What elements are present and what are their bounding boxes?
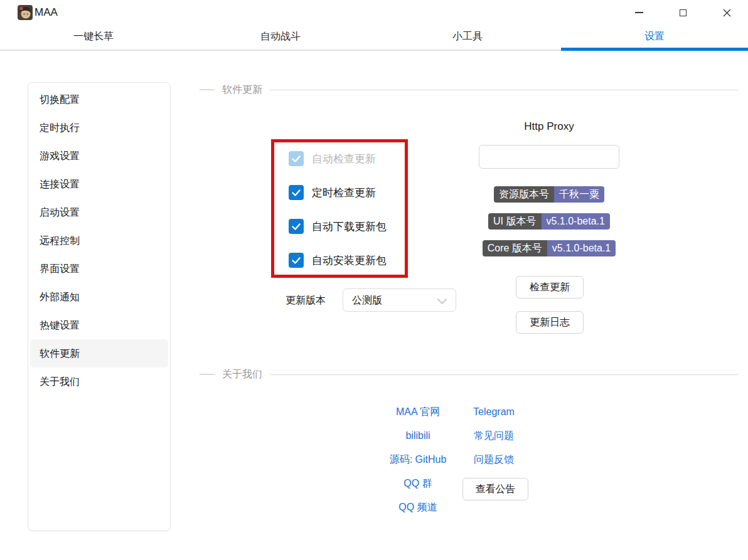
- app-window: MAA 一键长草 自动战斗 小工具 设置 切换配置 定时执行 游戏设置 连接设置…: [0, 0, 748, 560]
- version-badges: 资源版本号 千秋一粟 UI 版本号 v5.1.0-beta.1 Core 版本号…: [468, 186, 631, 256]
- checkbox-label: 自动下载更新包: [312, 219, 387, 234]
- checkbox-scheduled-check-update[interactable]: 定时检查更新: [289, 185, 376, 200]
- update-channel-label: 更新版本: [286, 288, 326, 312]
- active-tab-underline: [561, 48, 748, 51]
- close-button[interactable]: [712, 0, 741, 25]
- chevron-down-icon: [437, 295, 447, 305]
- changelog-button[interactable]: 更新日志: [516, 311, 584, 334]
- sidebar-item-external-notification[interactable]: 外部通知: [30, 283, 168, 311]
- core-version-badge: Core 版本号 v5.1.0-beta.1: [483, 240, 616, 256]
- badge-key: UI 版本号: [488, 213, 541, 230]
- badge-key: Core 版本号: [483, 240, 547, 256]
- tab-tools[interactable]: 小工具: [374, 25, 561, 48]
- sidebar-item-startup-settings[interactable]: 启动设置: [30, 198, 168, 226]
- check-update-button[interactable]: 检查更新: [516, 276, 584, 298]
- minimize-icon: [635, 12, 643, 13]
- checkbox-label: 自动安装更新包: [312, 253, 387, 268]
- badge-value: v5.1.0-beta.1: [547, 240, 616, 256]
- badge-value: v5.1.0-beta.1: [542, 213, 610, 230]
- badge-value: 千秋一粟: [554, 186, 604, 203]
- tab-settings[interactable]: 设置: [561, 25, 748, 48]
- section-title: 软件更新: [222, 83, 262, 97]
- title-bar: MAA: [0, 0, 748, 25]
- checkbox-label: 定时检查更新: [312, 186, 376, 200]
- http-proxy-label: Http Proxy: [479, 120, 619, 133]
- sidebar-item-about-us[interactable]: 关于我们: [30, 367, 168, 396]
- sidebar-item-software-update[interactable]: 软件更新: [30, 339, 168, 367]
- checkbox-auto-install-package[interactable]: 自动安装更新包: [289, 253, 387, 268]
- section-title: 关于我们: [222, 368, 262, 381]
- update-channel-value: 公测版: [352, 295, 382, 305]
- window-title: MAA: [35, 0, 58, 25]
- sidebar-item-switch-config[interactable]: 切换配置: [30, 85, 168, 114]
- settings-sidebar: 切换配置 定时执行 游戏设置 连接设置 启动设置 远程控制 界面设置 外部通知 …: [28, 82, 171, 531]
- update-channel-select[interactable]: 公测版: [343, 288, 456, 312]
- checkbox-auto-check-update[interactable]: 自动检查更新: [289, 151, 376, 166]
- ui-version-badge: UI 版本号 v5.1.0-beta.1: [488, 213, 610, 230]
- checkbox-checked-icon: [289, 253, 304, 268]
- maximize-button[interactable]: [668, 0, 697, 25]
- sidebar-item-hotkey-settings[interactable]: 热键设置: [30, 311, 168, 339]
- header-dash: [200, 89, 215, 90]
- section-header-software-update: 软件更新: [200, 83, 738, 96]
- close-icon: [723, 9, 731, 17]
- section-header-about-us: 关于我们: [200, 368, 738, 381]
- header-rule: [270, 90, 738, 90]
- minimize-button[interactable]: [624, 0, 653, 25]
- app-logo-icon: [18, 5, 33, 20]
- header-rule: [270, 374, 738, 375]
- tab-farming[interactable]: 一键长草: [0, 25, 187, 48]
- sidebar-item-scheduled-tasks[interactable]: 定时执行: [30, 114, 168, 142]
- link-qq-group[interactable]: QQ 群: [355, 477, 481, 490]
- resource-version-badge: 资源版本号 千秋一粟: [494, 186, 604, 203]
- checkbox-checked-disabled-icon: [289, 151, 304, 166]
- checkbox-checked-icon: [289, 219, 304, 234]
- link-faq[interactable]: 常见问题: [431, 430, 557, 442]
- link-qq-channel[interactable]: QQ 频道: [355, 501, 481, 514]
- sidebar-item-game-settings[interactable]: 游戏设置: [30, 142, 168, 170]
- checkbox-auto-download-package[interactable]: 自动下载更新包: [289, 219, 387, 234]
- maximize-icon: [680, 9, 687, 16]
- sidebar-item-connection-settings[interactable]: 连接设置: [30, 170, 168, 198]
- view-announcement-button[interactable]: 查看公告: [462, 478, 528, 500]
- link-feedback[interactable]: 问题反馈: [431, 453, 557, 466]
- http-proxy-input[interactable]: [479, 145, 619, 169]
- checkbox-checked-icon: [289, 185, 304, 200]
- sidebar-item-ui-settings[interactable]: 界面设置: [30, 255, 168, 283]
- badge-key: 资源版本号: [494, 186, 554, 203]
- main-tab-bar: 一键长草 自动战斗 小工具 设置: [0, 25, 748, 51]
- checkbox-label: 自动检查更新: [312, 152, 376, 166]
- sidebar-item-remote-control[interactable]: 远程控制: [30, 226, 168, 255]
- tab-auto-battle[interactable]: 自动战斗: [187, 25, 374, 48]
- link-telegram[interactable]: Telegram: [431, 406, 557, 418]
- header-dash: [200, 374, 215, 375]
